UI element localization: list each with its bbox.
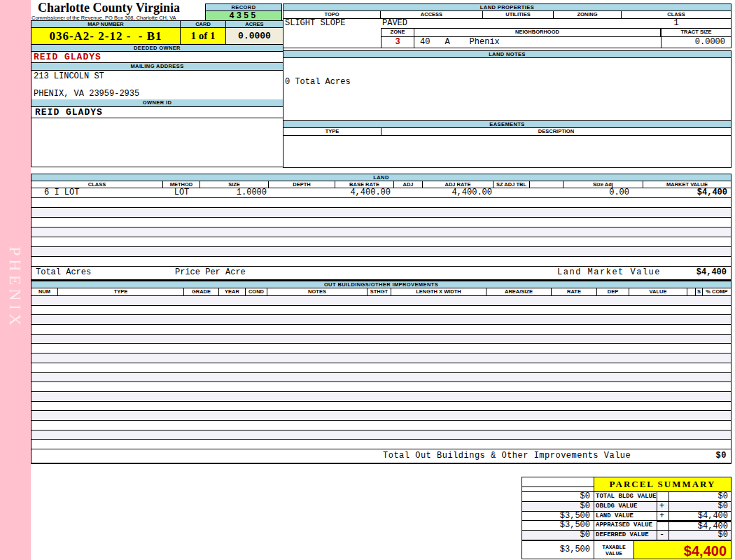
land-header-cell: DEPTH [269,181,335,188]
parcel-row-label: OBLDG VALUE [594,502,657,512]
parcel-summary-corner [522,477,594,492]
out-buildings-header-cell: COND [246,288,267,295]
land-properties-header-row: TOPOACCESSUTILITIESZONINGCLASS [284,11,731,19]
out-buildings-empty-row [31,373,731,383]
mailing-address-block: 213 LINCOLN ST PHENIX, VA 23959-2935 [31,71,283,99]
out-buildings-header-cell: STHGT [368,288,391,295]
land-properties-value-cell [483,19,554,28]
out-buildings-header-cell: AREA/SIZE [486,288,552,295]
out-buildings-empty-row [31,335,731,344]
land-data-cell [269,188,335,197]
land-data-cell: 4,400.00 [335,188,394,197]
parcel-left-value: $0 [522,502,594,512]
land-header-cell: SIZE [200,181,269,188]
land-empty-rows [31,198,731,267]
price-per-acre-label: Price Per Acre [175,267,246,279]
land-header-cell: CLASS [31,181,163,188]
parcel-row-operator [657,521,669,531]
easements-empty-area [284,136,731,167]
land-properties-value-cell: SLIGHT SLOPE [284,19,381,28]
neighborhood-part: A [444,37,449,47]
out-buildings-header-cell [687,288,696,295]
land-empty-row [31,208,731,218]
taxable-value-label: TAXABLE VALUE [594,541,634,559]
out-buildings-empty-row [31,306,731,316]
neighborhood-part: Phenix [470,37,500,47]
easements-title: EASEMENTS [284,121,731,128]
land-data-row: 6 I LOTLOT1.00004,400.004,400.000.00$4,4… [31,188,731,198]
land-properties-header-cell: UTILITIES [483,11,554,18]
out-buildings-total-row: Total Out Buildings & Other Improvements… [31,449,731,463]
tract-size-value: 0.0000 [661,37,731,48]
land-properties-header-cell: TOPO [284,11,381,18]
land-data-cell [394,188,423,197]
land-properties-header-cell: ZONING [554,11,622,18]
taxable-left-value: $3,500 [522,541,594,559]
land-notes-section: LAND NOTES 0 Total Acres [283,50,732,121]
map-number-value[interactable]: 036-A2- 2-12 - - B1 [31,28,181,44]
out-buildings-empty-rows [31,296,731,449]
parcel-row-label: DEFERRED VALUE [594,531,657,540]
parcel-left-value: $0 [522,492,594,502]
land-notes-title: LAND NOTES [284,51,731,58]
neighborhood-value: 40APhenix [414,37,661,48]
land-empty-row [31,237,731,247]
land-data-cell: 6 I LOT [31,188,163,197]
easement-type-label: TYPE [284,128,382,135]
land-empty-row [31,218,731,227]
land-properties-value-row: SLIGHT SLOPEPAVED1 [284,19,731,28]
land-header-cell: BASE RATE [335,181,394,188]
parcel-row-operator: - [657,531,669,540]
owner-id-value: REID GLADYS [31,107,283,118]
card-value[interactable]: 1 of 1 [181,28,226,44]
parcel-row-value: $4,400 [669,521,731,531]
land-header-cell: Size Adj [564,181,643,188]
parcel-left-value: $3,500 [522,512,594,522]
parcel-summary-grid: PARCEL SUMMARY $0TOTAL BLDG VALUE$0$0OBL… [522,477,731,540]
land-data-cell: $4,400 [643,188,731,197]
acres-value[interactable]: 0.0000 [226,28,283,44]
out-buildings-header-cell: NUM [31,288,58,295]
parcel-left-value: $0 [522,531,594,540]
parcel-row-value: $0 [669,492,731,502]
easements-header-row: TYPE DESCRIPTION [284,128,731,136]
parcel-row-label: TOTAL BLDG VALUE [594,492,657,502]
out-buildings-header-cell: VALUE [629,288,687,295]
map-value-row: 036-A2- 2-12 - - B1 1 of 1 0.0000 [31,28,283,45]
land-data-cell: 0.00 [564,188,643,197]
zone-table: ZONE NEIGHBORHOOD TRACT SIZE 3 40APhenix… [381,28,731,48]
acres-label: ACRES [226,21,283,27]
parcel-summary-title: PARCEL SUMMARY [594,477,731,492]
parcel-row-value: $4,400 [669,512,731,522]
out-buildings-header-cell: DEP [597,288,629,295]
out-buildings-empty-row [31,315,731,325]
land-data-cell: 1.0000 [200,188,269,197]
property-record-card: PHENIX Charlotte County Virginia Commiss… [0,0,735,560]
out-buildings-total-label: Total Out Buildings & Other Improvements… [383,449,631,462]
card-content: Charlotte County Virginia Commissioner o… [31,0,735,560]
out-buildings-header-cell: S [696,288,703,295]
land-properties-header-cell: CLASS [622,11,731,18]
zone-header-row: ZONE NEIGHBORHOOD TRACT SIZE [382,29,731,37]
out-buildings-empty-row [31,296,731,306]
out-buildings-header-cell: YEAR [219,288,246,295]
land-properties-title: LAND PROPERTIES [284,4,731,11]
land-properties-value-cell: PAVED [381,19,483,28]
parcel-row-operator: + [657,512,669,522]
parcel-row-value: $0 [669,531,731,540]
county-title: Charlotte County Virginia [38,1,180,15]
out-buildings-empty-row [31,382,731,392]
deeded-owner-value: REID GLADYS [31,52,283,63]
parcel-row-label: LAND VALUE [594,512,657,522]
parcel-row-label: APPRAISED VALUE [594,521,657,531]
map-header-row: MAP NUMBER CARD ACRES [31,21,283,28]
deeded-owner-label: DEEDED OWNER [31,45,283,52]
district-sidebar: PHENIX [0,0,31,560]
owner-id-label: OWNER ID [31,99,283,107]
out-buildings-empty-row [31,392,731,402]
record-label: RECORD [206,4,281,11]
land-properties-section: LAND PROPERTIES TOPOACCESSUTILITIESZONIN… [283,4,732,48]
land-empty-row [31,247,731,257]
neighborhood-part: 40 [420,37,430,47]
out-buildings-empty-row [31,363,731,373]
